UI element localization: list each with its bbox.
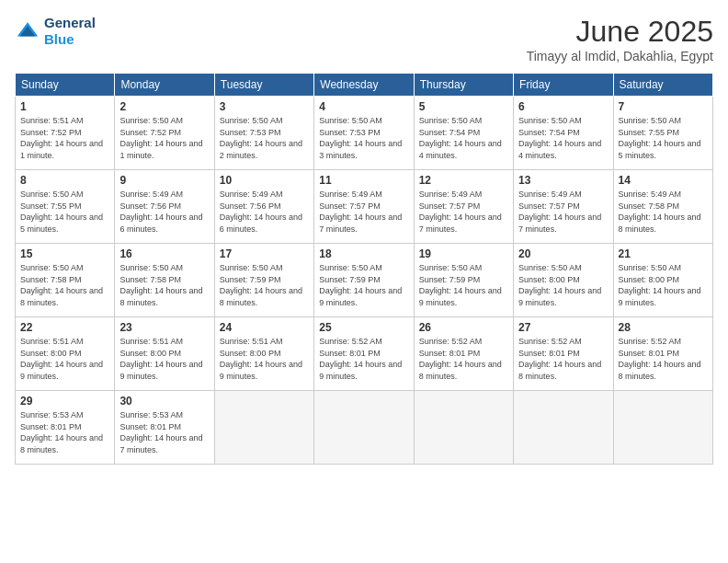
- day-info: Sunrise: 5:50 AMSunset: 7:58 PMDaylight:…: [119, 262, 209, 308]
- day-info: Sunrise: 5:50 AMSunset: 7:54 PMDaylight:…: [419, 115, 508, 161]
- day-info: Sunrise: 5:51 AMSunset: 8:00 PMDaylight:…: [220, 336, 309, 382]
- calendar-cell: 7Sunrise: 5:50 AMSunset: 7:55 PMDaylight…: [613, 97, 712, 170]
- day-info: Sunrise: 5:49 AMSunset: 7:57 PMDaylight:…: [419, 189, 508, 235]
- calendar-cell: [514, 391, 613, 465]
- day-number: 15: [20, 247, 109, 260]
- calendar-cell: [314, 391, 414, 465]
- logo-text-line1: General: [44, 15, 96, 31]
- day-number: 1: [20, 100, 109, 113]
- day-info: Sunrise: 5:50 AMSunset: 8:00 PMDaylight:…: [518, 262, 608, 308]
- day-number: 24: [220, 321, 309, 334]
- day-info: Sunrise: 5:50 AMSunset: 7:52 PMDaylight:…: [119, 115, 209, 161]
- calendar-cell: 29Sunrise: 5:53 AMSunset: 8:01 PMDayligh…: [16, 391, 115, 465]
- day-number: 7: [619, 100, 708, 113]
- day-info: Sunrise: 5:50 AMSunset: 7:53 PMDaylight:…: [319, 115, 408, 161]
- calendar-cell: 21Sunrise: 5:50 AMSunset: 8:00 PMDayligh…: [613, 244, 712, 317]
- day-number: 25: [319, 321, 408, 334]
- calendar-cell: 1Sunrise: 5:51 AMSunset: 7:52 PMDaylight…: [16, 97, 115, 170]
- calendar-cell: 26Sunrise: 5:52 AMSunset: 8:01 PMDayligh…: [414, 317, 513, 391]
- day-number: 20: [518, 247, 608, 260]
- calendar-cell: [414, 391, 513, 465]
- calendar-header-row: Sunday Monday Tuesday Wednesday Thursday…: [16, 74, 713, 97]
- day-number: 13: [518, 174, 608, 187]
- day-number: 22: [20, 321, 109, 334]
- day-number: 28: [619, 321, 708, 334]
- day-number: 23: [119, 321, 209, 334]
- calendar-cell: 3Sunrise: 5:50 AMSunset: 7:53 PMDaylight…: [214, 97, 313, 170]
- day-info: Sunrise: 5:51 AMSunset: 8:00 PMDaylight:…: [20, 336, 109, 382]
- day-number: 3: [220, 100, 309, 113]
- day-number: 6: [518, 100, 608, 113]
- month-title: June 2025: [527, 15, 713, 49]
- logo-text-line2: Blue: [44, 31, 96, 48]
- day-number: 14: [619, 174, 708, 187]
- calendar-cell: 19Sunrise: 5:50 AMSunset: 7:59 PMDayligh…: [414, 244, 513, 317]
- calendar-row: 29Sunrise: 5:53 AMSunset: 8:01 PMDayligh…: [16, 391, 713, 465]
- day-info: Sunrise: 5:50 AMSunset: 7:53 PMDaylight:…: [220, 115, 309, 161]
- calendar-cell: 27Sunrise: 5:52 AMSunset: 8:01 PMDayligh…: [514, 317, 613, 391]
- logo-icon: [15, 18, 40, 44]
- calendar-cell: 5Sunrise: 5:50 AMSunset: 7:54 PMDaylight…: [414, 97, 513, 170]
- calendar-cell: 8Sunrise: 5:50 AMSunset: 7:55 PMDaylight…: [16, 170, 115, 244]
- calendar-cell: 30Sunrise: 5:53 AMSunset: 8:01 PMDayligh…: [115, 391, 214, 465]
- day-info: Sunrise: 5:51 AMSunset: 7:52 PMDaylight:…: [20, 115, 109, 161]
- day-number: 16: [119, 247, 209, 260]
- day-number: 8: [20, 174, 109, 187]
- calendar-cell: 10Sunrise: 5:49 AMSunset: 7:56 PMDayligh…: [214, 170, 313, 244]
- day-number: 18: [319, 247, 408, 260]
- day-info: Sunrise: 5:49 AMSunset: 7:56 PMDaylight:…: [119, 189, 209, 235]
- day-info: Sunrise: 5:49 AMSunset: 7:57 PMDaylight:…: [319, 189, 408, 235]
- header: General Blue June 2025 Timayy al Imdid, …: [15, 15, 713, 63]
- day-info: Sunrise: 5:49 AMSunset: 7:56 PMDaylight:…: [220, 189, 309, 235]
- calendar-cell: 11Sunrise: 5:49 AMSunset: 7:57 PMDayligh…: [314, 170, 414, 244]
- calendar-cell: 12Sunrise: 5:49 AMSunset: 7:57 PMDayligh…: [414, 170, 513, 244]
- calendar-cell: 16Sunrise: 5:50 AMSunset: 7:58 PMDayligh…: [115, 244, 214, 317]
- calendar-cell: 18Sunrise: 5:50 AMSunset: 7:59 PMDayligh…: [314, 244, 414, 317]
- day-number: 27: [518, 321, 608, 334]
- day-number: 17: [220, 247, 309, 260]
- calendar-cell: 28Sunrise: 5:52 AMSunset: 8:01 PMDayligh…: [613, 317, 712, 391]
- day-info: Sunrise: 5:50 AMSunset: 7:55 PMDaylight:…: [20, 189, 109, 235]
- calendar-cell: 6Sunrise: 5:50 AMSunset: 7:54 PMDaylight…: [514, 97, 613, 170]
- calendar-cell: 22Sunrise: 5:51 AMSunset: 8:00 PMDayligh…: [16, 317, 115, 391]
- day-info: Sunrise: 5:50 AMSunset: 8:00 PMDaylight:…: [619, 262, 708, 308]
- calendar-cell: 4Sunrise: 5:50 AMSunset: 7:53 PMDaylight…: [314, 97, 414, 170]
- calendar-cell: 24Sunrise: 5:51 AMSunset: 8:00 PMDayligh…: [214, 317, 313, 391]
- calendar-cell: 20Sunrise: 5:50 AMSunset: 8:00 PMDayligh…: [514, 244, 613, 317]
- day-info: Sunrise: 5:50 AMSunset: 7:54 PMDaylight:…: [518, 115, 608, 161]
- day-number: 12: [419, 174, 508, 187]
- calendar-cell: 2Sunrise: 5:50 AMSunset: 7:52 PMDaylight…: [115, 97, 214, 170]
- day-number: 9: [119, 174, 209, 187]
- calendar-cell: 17Sunrise: 5:50 AMSunset: 7:59 PMDayligh…: [214, 244, 313, 317]
- calendar-cell: [613, 391, 712, 465]
- calendar: Sunday Monday Tuesday Wednesday Thursday…: [15, 73, 713, 465]
- col-sunday: Sunday: [16, 74, 115, 97]
- day-number: 21: [619, 247, 708, 260]
- col-monday: Monday: [115, 74, 214, 97]
- day-info: Sunrise: 5:50 AMSunset: 7:59 PMDaylight:…: [220, 262, 309, 308]
- day-info: Sunrise: 5:49 AMSunset: 7:58 PMDaylight:…: [619, 189, 708, 235]
- calendar-cell: 13Sunrise: 5:49 AMSunset: 7:57 PMDayligh…: [514, 170, 613, 244]
- calendar-body: 1Sunrise: 5:51 AMSunset: 7:52 PMDaylight…: [16, 97, 713, 465]
- day-info: Sunrise: 5:49 AMSunset: 7:57 PMDaylight:…: [518, 189, 608, 235]
- logo: General Blue: [15, 15, 96, 48]
- col-friday: Friday: [514, 74, 613, 97]
- calendar-row: 22Sunrise: 5:51 AMSunset: 8:00 PMDayligh…: [16, 317, 713, 391]
- day-number: 10: [220, 174, 309, 187]
- day-info: Sunrise: 5:52 AMSunset: 8:01 PMDaylight:…: [319, 336, 408, 382]
- day-number: 30: [119, 395, 209, 408]
- col-thursday: Thursday: [414, 74, 513, 97]
- day-info: Sunrise: 5:52 AMSunset: 8:01 PMDaylight:…: [518, 336, 608, 382]
- day-info: Sunrise: 5:52 AMSunset: 8:01 PMDaylight:…: [619, 336, 708, 382]
- day-number: 2: [119, 100, 209, 113]
- day-info: Sunrise: 5:50 AMSunset: 7:59 PMDaylight:…: [419, 262, 508, 308]
- col-wednesday: Wednesday: [314, 74, 414, 97]
- day-info: Sunrise: 5:53 AMSunset: 8:01 PMDaylight:…: [119, 409, 209, 455]
- day-info: Sunrise: 5:50 AMSunset: 7:58 PMDaylight:…: [20, 262, 109, 308]
- day-info: Sunrise: 5:51 AMSunset: 8:00 PMDaylight:…: [119, 336, 209, 382]
- day-number: 11: [319, 174, 408, 187]
- calendar-cell: [214, 391, 313, 465]
- location-title: Timayy al Imdid, Dakahlia, Egypt: [527, 49, 713, 63]
- calendar-row: 8Sunrise: 5:50 AMSunset: 7:55 PMDaylight…: [16, 170, 713, 244]
- calendar-row: 15Sunrise: 5:50 AMSunset: 7:58 PMDayligh…: [16, 244, 713, 317]
